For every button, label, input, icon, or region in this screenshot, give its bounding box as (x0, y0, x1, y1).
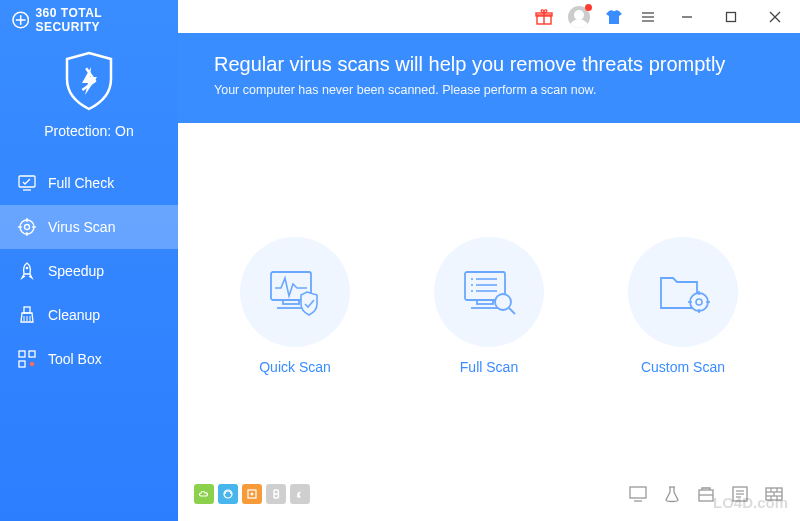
sidebar-item-label: Virus Scan (48, 219, 115, 235)
quick-scan-icon (240, 237, 350, 347)
brand-row: 360 TOTAL SECURITY (0, 0, 178, 33)
svg-point-12 (26, 267, 29, 270)
full-scan-label: Full Scan (460, 359, 518, 375)
custom-scan-icon (628, 237, 738, 347)
footer-tools (628, 485, 784, 503)
footer-bar (178, 475, 800, 521)
engine-badge-system-icon[interactable] (218, 484, 238, 504)
notification-dot-icon (585, 4, 592, 11)
custom-scan-button[interactable]: Custom Scan (628, 237, 738, 375)
sidebar-item-full-check[interactable]: Full Check (0, 161, 178, 205)
engine-badge-avira-icon[interactable] (290, 484, 310, 504)
svg-point-46 (690, 293, 708, 311)
brand-logo-icon (12, 11, 29, 29)
minimize-button[interactable] (672, 7, 702, 27)
svg-rect-36 (477, 300, 493, 304)
rocket-icon (18, 262, 36, 280)
shield-icon (55, 47, 123, 115)
broom-icon (18, 306, 36, 324)
sidebar-item-cleanup[interactable]: Cleanup (0, 293, 178, 337)
gift-icon[interactable] (534, 7, 554, 27)
scan-options-row: Quick Scan (178, 123, 800, 475)
header-subtitle: Your computer has never been scanned. Pl… (214, 83, 770, 97)
sidebar-item-label: Tool Box (48, 351, 102, 367)
close-button[interactable] (760, 7, 790, 27)
full-scan-icon (434, 237, 544, 347)
custom-scan-label: Custom Scan (641, 359, 725, 375)
header-title: Regular virus scans will help you remove… (214, 53, 770, 76)
sidebar-item-label: Full Check (48, 175, 114, 191)
svg-point-6 (20, 220, 34, 234)
svg-rect-13 (24, 307, 30, 313)
tool-monitor-icon[interactable] (628, 485, 648, 503)
svg-point-7 (25, 225, 30, 230)
brand-text: 360 TOTAL SECURITY (35, 6, 166, 34)
sidebar-nav: Full Check Virus Scan Speedup Cleanup (0, 161, 178, 381)
maximize-button[interactable] (716, 7, 746, 27)
engine-badges (194, 484, 310, 504)
tool-quarantine-icon[interactable] (696, 485, 716, 503)
svg-rect-33 (283, 300, 299, 304)
tool-firewall-icon[interactable] (764, 485, 784, 503)
engine-badge-bitdefender-icon[interactable] (266, 484, 286, 504)
svg-rect-28 (727, 12, 736, 21)
svg-rect-19 (19, 361, 25, 367)
tool-log-icon[interactable] (730, 485, 750, 503)
app-window: 360 TOTAL SECURITY Protection: On Full C… (0, 0, 800, 521)
protection-status-text: Protection: On (44, 123, 134, 139)
svg-rect-18 (29, 351, 35, 357)
svg-point-44 (495, 294, 511, 310)
sidebar-item-label: Speedup (48, 263, 104, 279)
sidebar-item-label: Cleanup (48, 307, 100, 323)
tshirt-theme-icon[interactable] (604, 7, 624, 27)
svg-rect-17 (19, 351, 25, 357)
protection-status-block: Protection: On (0, 33, 178, 157)
svg-line-45 (509, 308, 515, 314)
svg-rect-20 (29, 361, 35, 367)
sidebar-item-virus-scan[interactable]: Virus Scan (0, 205, 178, 249)
main-panel: Regular virus scans will help you remove… (178, 0, 800, 521)
quick-scan-button[interactable]: Quick Scan (240, 237, 350, 375)
svg-point-54 (251, 493, 254, 496)
engine-badge-cloud-icon[interactable] (194, 484, 214, 504)
sidebar: 360 TOTAL SECURITY Protection: On Full C… (0, 0, 178, 521)
monitor-check-icon (18, 174, 36, 192)
tool-flask-icon[interactable] (662, 485, 682, 503)
svg-rect-55 (630, 487, 646, 498)
engine-badge-qvm-icon[interactable] (242, 484, 262, 504)
account-button[interactable] (568, 6, 590, 28)
menu-icon[interactable] (638, 7, 658, 27)
apps-grid-icon (18, 350, 36, 368)
quick-scan-label: Quick Scan (259, 359, 331, 375)
sidebar-item-tool-box[interactable]: Tool Box (0, 337, 178, 381)
title-bar (178, 0, 800, 33)
full-scan-button[interactable]: Full Scan (434, 237, 544, 375)
target-scan-icon (18, 218, 36, 236)
header-band: Regular virus scans will help you remove… (178, 33, 800, 123)
sidebar-item-speedup[interactable]: Speedup (0, 249, 178, 293)
